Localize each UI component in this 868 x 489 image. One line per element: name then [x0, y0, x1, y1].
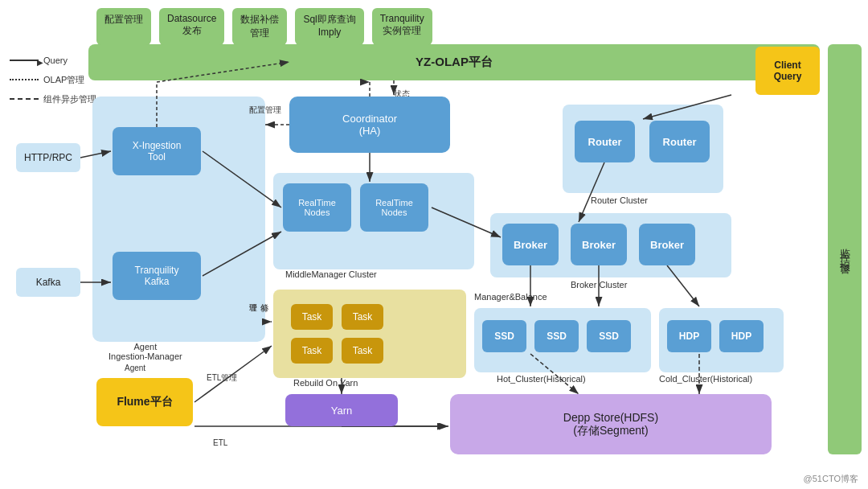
async-line-icon — [10, 98, 39, 100]
deep-store-label1: Depp Store(HDFS) — [563, 411, 658, 424]
client-query-label: Client Query — [774, 60, 802, 82]
diagram-container: 配置管理 Datasource 发布 数据补偿 管理 Sql即席查询 Imply… — [0, 0, 868, 489]
async-label: 组件异步管理 — [43, 91, 96, 107]
hdp-box-1: HDP — [667, 320, 711, 352]
etl-label: ETL管理 — [207, 372, 237, 384]
x-ingestion-label: X-Ingestion Tool — [133, 140, 182, 162]
yarn-box: Yarn — [285, 394, 398, 426]
broker-cluster-label: Broker Cluster — [571, 280, 627, 290]
deep-store-label2: (存储Segment) — [573, 424, 648, 438]
client-query-box: Client Query — [755, 47, 820, 95]
broker-box-2: Broker — [571, 224, 627, 265]
router-box-2: Router — [649, 121, 710, 162]
kafka-box: Kafka — [16, 268, 80, 297]
realtime-node-2-label: RealTime Nodes — [375, 198, 413, 217]
flume-box: Flume平台 — [96, 378, 193, 426]
task-box-2: Task — [342, 304, 383, 330]
monitor-panel: 监控 报警 — [828, 44, 862, 454]
router-box-1: Router — [575, 121, 635, 162]
cold-cluster-label: Cold_Cluster(Historical) — [659, 374, 752, 384]
middle-manager-label: MiddleManager Cluster — [285, 269, 377, 279]
rebuild-area — [273, 290, 466, 378]
coordinator-box: Coordinator (HA) — [289, 97, 450, 153]
deep-store-box: Depp Store(HDFS) (存储Segment) — [450, 394, 772, 454]
legend: Query OLAP管理 组件异步管理 — [10, 52, 96, 107]
task-box-4: Task — [342, 338, 383, 364]
olap-line-icon — [10, 79, 39, 80]
sql-query-btn[interactable]: Sql即席查询 Imply — [295, 8, 363, 45]
monitor-label: 监控 报警 — [837, 240, 852, 259]
data-supplement-btn[interactable]: 数据补偿 管理 — [232, 8, 287, 45]
realtime-node-2: RealTime Nodes — [360, 183, 428, 232]
rebuild-label: Rebuild On Yarn — [293, 378, 358, 388]
broker-box-3: Broker — [639, 224, 695, 265]
broker-box-1: Broker — [502, 224, 559, 265]
tranquility-kafka-label: Tranquility Kafka — [135, 265, 179, 287]
ssd-box-3: SSD — [587, 320, 631, 352]
task-box-1: Task — [291, 304, 333, 330]
tranquility-mgmt-btn[interactable]: Tranquility 实例管理 — [372, 8, 432, 45]
realtime-node-1: RealTime Nodes — [283, 183, 351, 232]
ssd-box-2: SSD — [534, 320, 579, 352]
x-ingestion-box: X-Ingestion Tool — [113, 127, 201, 175]
watermark: @51CTO博客 — [804, 473, 858, 485]
manager-balance-label: Manager&Balance — [474, 292, 547, 302]
top-bar: 配置管理 Datasource 发布 数据补偿 管理 Sql即席查询 Imply… — [96, 8, 820, 45]
realtime-node-1-label: RealTime Nodes — [298, 198, 336, 217]
ssd-box-1: SSD — [482, 320, 526, 352]
coordinator-label: Coordinator (HA) — [342, 113, 397, 137]
yz-olap-platform: YZ-OLAP平台 — [88, 44, 820, 80]
task-box-3: Task — [291, 338, 333, 364]
ingestion-label: Agent Ingestion-Manager — [108, 342, 182, 361]
tranquility-kafka-box: Tranquility Kafka — [113, 252, 201, 300]
config-label-coord: 配置管理 — [249, 105, 281, 116]
agent-label: Agent — [125, 364, 145, 372]
hdp-box-2: HDP — [719, 320, 764, 352]
datasource-btn[interactable]: Datasource 发布 — [159, 8, 224, 45]
query-label: Query — [43, 52, 68, 68]
router-cluster-label: Router Cluster — [591, 195, 648, 205]
config-mgmt-btn[interactable]: 配置管理 — [96, 8, 151, 45]
http-rpc-box: HTTP/RPC — [16, 143, 80, 172]
hot-cluster-label: Hot_Cluster(Historical) — [497, 374, 586, 384]
etl-label2: ETL — [213, 438, 227, 447]
olap-label: OLAP管理 — [43, 72, 84, 88]
query-line-icon — [10, 60, 39, 61]
